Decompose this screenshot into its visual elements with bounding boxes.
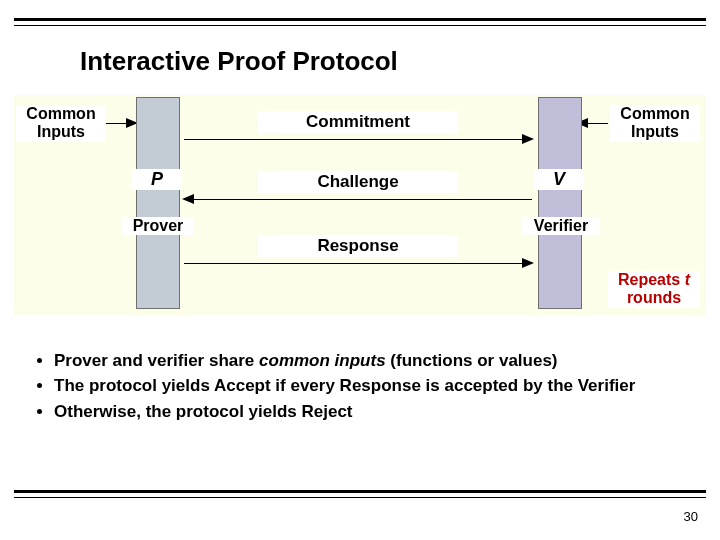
page-number: 30 [684,509,698,524]
ci-left-arrow-line [106,123,128,124]
prover-box [136,97,180,309]
commitment-label: Commitment [258,111,458,133]
commitment-arrow-head [522,134,534,144]
bullet-1b: common inputs [259,351,386,370]
repeats-prefix: Repeats [618,271,685,288]
challenge-label: Challenge [258,171,458,193]
bullet-3: Otherwise, the protocol yields Reject [54,401,690,422]
verifier-symbol: V [534,169,584,190]
repeats-note: Repeats t rounds [608,271,700,308]
commitment-arrow-line [184,139,524,140]
challenge-arrow-line [192,199,532,200]
prover-symbol: P [132,169,182,190]
protocol-diagram: Common Inputs Common Inputs Commitment C… [14,95,706,315]
response-arrow-head [522,258,534,268]
response-arrow-line [184,263,524,264]
repeats-suffix: rounds [627,289,681,306]
common-inputs-right: Common Inputs [610,105,700,142]
bullet-list: Prover and verifier share common inputs … [32,350,690,426]
bullet-1a: Prover and verifier share [54,351,259,370]
repeats-t: t [685,271,690,288]
bullet-1: Prover and verifier share common inputs … [54,350,690,371]
verifier-box [538,97,582,309]
challenge-arrow-head [182,194,194,204]
prover-label: Prover [122,217,194,235]
verifier-label: Verifier [522,217,600,235]
response-label: Response [258,235,458,257]
common-inputs-left: Common Inputs [16,105,106,142]
bottom-rule [14,490,706,498]
page-title: Interactive Proof Protocol [80,46,398,77]
top-rule [14,18,706,26]
bullet-2: The protocol yields Accept if every Resp… [54,375,690,396]
bullet-1c: (functions or values) [386,351,558,370]
